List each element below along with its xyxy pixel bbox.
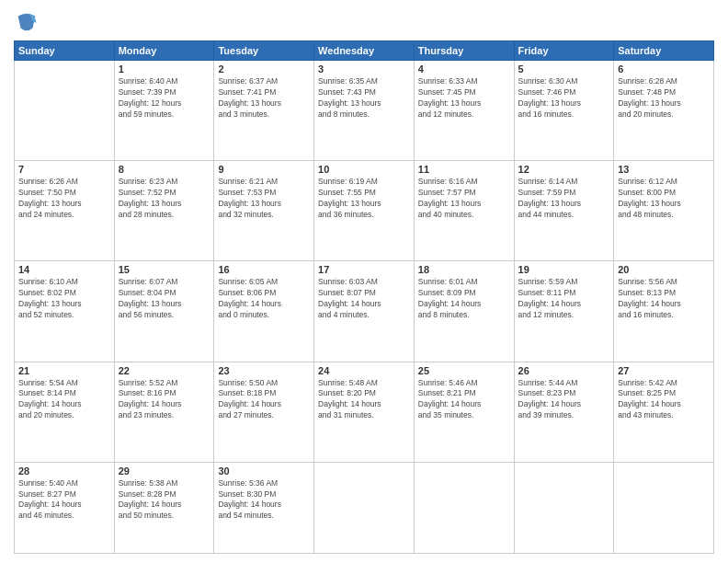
- day-number: 28: [18, 465, 110, 477]
- day-number: 8: [119, 164, 210, 175]
- calendar-week-row: 1Sunrise: 6:40 AMSunset: 7:39 PMDaylight…: [15, 61, 714, 161]
- calendar-cell: 4Sunrise: 6:33 AMSunset: 7:45 PMDaylight…: [414, 61, 514, 161]
- calendar-cell: 27Sunrise: 5:42 AMSunset: 8:25 PMDayligh…: [614, 362, 714, 462]
- day-info: Sunrise: 6:28 AMSunset: 7:48 PMDaylight:…: [618, 76, 710, 121]
- day-number: 3: [318, 63, 410, 75]
- calendar-cell: [414, 462, 514, 553]
- day-info: Sunrise: 5:50 AMSunset: 8:18 PMDaylight:…: [218, 378, 310, 422]
- calendar-week-row: 7Sunrise: 6:26 AMSunset: 7:50 PMDaylight…: [15, 161, 714, 261]
- day-number: 14: [18, 264, 110, 275]
- calendar-cell: [15, 61, 115, 161]
- day-info: Sunrise: 5:36 AMSunset: 8:30 PMDaylight:…: [218, 478, 310, 523]
- day-number: 20: [618, 264, 710, 275]
- weekday-header-wednesday: Wednesday: [314, 41, 415, 61]
- calendar-cell: 24Sunrise: 5:48 AMSunset: 8:20 PMDayligh…: [314, 362, 415, 462]
- calendar-cell: 26Sunrise: 5:44 AMSunset: 8:23 PMDayligh…: [514, 362, 614, 462]
- calendar-cell: 22Sunrise: 5:52 AMSunset: 8:16 PMDayligh…: [114, 362, 214, 462]
- day-info: Sunrise: 6:05 AMSunset: 8:06 PMDaylight:…: [218, 277, 310, 321]
- day-number: 4: [418, 63, 510, 75]
- day-number: 7: [18, 164, 110, 175]
- weekday-header-tuesday: Tuesday: [214, 41, 314, 61]
- day-number: 5: [518, 63, 610, 75]
- day-number: 30: [218, 465, 310, 477]
- day-info: Sunrise: 6:26 AMSunset: 7:50 PMDaylight:…: [18, 177, 110, 221]
- day-number: 19: [518, 264, 610, 275]
- calendar-cell: 19Sunrise: 5:59 AMSunset: 8:11 PMDayligh…: [514, 261, 614, 362]
- day-number: 10: [318, 164, 410, 175]
- day-info: Sunrise: 6:12 AMSunset: 8:00 PMDaylight:…: [618, 177, 710, 221]
- weekday-header-sunday: Sunday: [15, 41, 115, 61]
- day-number: 26: [518, 365, 610, 376]
- day-info: Sunrise: 5:46 AMSunset: 8:21 PMDaylight:…: [418, 378, 510, 422]
- day-number: 29: [119, 465, 210, 477]
- day-info: Sunrise: 6:01 AMSunset: 8:09 PMDaylight:…: [418, 277, 510, 321]
- calendar-cell: 7Sunrise: 6:26 AMSunset: 7:50 PMDaylight…: [15, 161, 115, 261]
- calendar-cell: 12Sunrise: 6:14 AMSunset: 7:59 PMDayligh…: [514, 161, 614, 261]
- day-info: Sunrise: 5:59 AMSunset: 8:11 PMDaylight:…: [518, 277, 610, 321]
- day-info: Sunrise: 5:40 AMSunset: 8:27 PMDaylight:…: [18, 478, 110, 523]
- calendar-week-row: 14Sunrise: 6:10 AMSunset: 8:02 PMDayligh…: [15, 261, 714, 362]
- logo-icon: [14, 9, 40, 35]
- day-info: Sunrise: 5:52 AMSunset: 8:16 PMDaylight:…: [119, 378, 210, 422]
- day-number: 22: [119, 365, 210, 376]
- day-info: Sunrise: 6:07 AMSunset: 8:04 PMDaylight:…: [119, 277, 210, 321]
- calendar-cell: 28Sunrise: 5:40 AMSunset: 8:27 PMDayligh…: [15, 462, 115, 553]
- day-info: Sunrise: 6:33 AMSunset: 7:45 PMDaylight:…: [418, 76, 510, 121]
- calendar-cell: 14Sunrise: 6:10 AMSunset: 8:02 PMDayligh…: [15, 261, 115, 362]
- day-info: Sunrise: 6:37 AMSunset: 7:41 PMDaylight:…: [218, 76, 310, 121]
- calendar-cell: 2Sunrise: 6:37 AMSunset: 7:41 PMDaylight…: [214, 61, 314, 161]
- day-number: 25: [418, 365, 510, 376]
- day-number: 18: [418, 264, 510, 275]
- calendar-week-row: 21Sunrise: 5:54 AMSunset: 8:14 PMDayligh…: [15, 362, 714, 462]
- header: [14, 9, 714, 35]
- day-number: 2: [218, 63, 310, 75]
- weekday-header-saturday: Saturday: [614, 41, 714, 61]
- day-number: 27: [618, 365, 710, 376]
- calendar-cell: 8Sunrise: 6:23 AMSunset: 7:52 PMDaylight…: [114, 161, 214, 261]
- calendar-cell: 18Sunrise: 6:01 AMSunset: 8:09 PMDayligh…: [414, 261, 514, 362]
- day-info: Sunrise: 6:16 AMSunset: 7:57 PMDaylight:…: [418, 177, 510, 221]
- calendar-cell: 10Sunrise: 6:19 AMSunset: 7:55 PMDayligh…: [314, 161, 415, 261]
- calendar-cell: [614, 462, 714, 553]
- day-number: 21: [18, 365, 110, 376]
- calendar-cell: 16Sunrise: 6:05 AMSunset: 8:06 PMDayligh…: [214, 261, 314, 362]
- day-number: 23: [218, 365, 310, 376]
- weekday-header-monday: Monday: [114, 41, 214, 61]
- day-number: 16: [218, 264, 310, 275]
- day-info: Sunrise: 6:35 AMSunset: 7:43 PMDaylight:…: [318, 76, 410, 121]
- day-info: Sunrise: 6:14 AMSunset: 7:59 PMDaylight:…: [518, 177, 610, 221]
- calendar-cell: 11Sunrise: 6:16 AMSunset: 7:57 PMDayligh…: [414, 161, 514, 261]
- page: SundayMondayTuesdayWednesdayThursdayFrid…: [0, 0, 728, 563]
- day-info: Sunrise: 6:40 AMSunset: 7:39 PMDaylight:…: [119, 76, 210, 121]
- calendar-cell: 21Sunrise: 5:54 AMSunset: 8:14 PMDayligh…: [15, 362, 115, 462]
- calendar-cell: 30Sunrise: 5:36 AMSunset: 8:30 PMDayligh…: [214, 462, 314, 553]
- calendar-cell: 13Sunrise: 6:12 AMSunset: 8:00 PMDayligh…: [614, 161, 714, 261]
- day-info: Sunrise: 6:30 AMSunset: 7:46 PMDaylight:…: [518, 76, 610, 121]
- day-info: Sunrise: 5:38 AMSunset: 8:28 PMDaylight:…: [119, 478, 210, 523]
- calendar-cell: 1Sunrise: 6:40 AMSunset: 7:39 PMDaylight…: [114, 61, 214, 161]
- calendar-cell: [314, 462, 415, 553]
- calendar-cell: 23Sunrise: 5:50 AMSunset: 8:18 PMDayligh…: [214, 362, 314, 462]
- day-info: Sunrise: 6:03 AMSunset: 8:07 PMDaylight:…: [318, 277, 410, 321]
- day-info: Sunrise: 5:54 AMSunset: 8:14 PMDaylight:…: [18, 378, 110, 422]
- calendar-cell: 25Sunrise: 5:46 AMSunset: 8:21 PMDayligh…: [414, 362, 514, 462]
- day-info: Sunrise: 5:48 AMSunset: 8:20 PMDaylight:…: [318, 378, 410, 422]
- calendar-cell: 15Sunrise: 6:07 AMSunset: 8:04 PMDayligh…: [114, 261, 214, 362]
- calendar-cell: 20Sunrise: 5:56 AMSunset: 8:13 PMDayligh…: [614, 261, 714, 362]
- weekday-header-thursday: Thursday: [414, 41, 514, 61]
- day-number: 12: [518, 164, 610, 175]
- calendar-cell: 5Sunrise: 6:30 AMSunset: 7:46 PMDaylight…: [514, 61, 614, 161]
- day-number: 13: [618, 164, 710, 175]
- day-number: 17: [318, 264, 410, 275]
- day-number: 11: [418, 164, 510, 175]
- day-number: 15: [119, 264, 210, 275]
- day-info: Sunrise: 6:10 AMSunset: 8:02 PMDaylight:…: [18, 277, 110, 321]
- calendar-cell: [514, 462, 614, 553]
- calendar-cell: 17Sunrise: 6:03 AMSunset: 8:07 PMDayligh…: [314, 261, 415, 362]
- logo: [14, 9, 43, 35]
- day-info: Sunrise: 6:23 AMSunset: 7:52 PMDaylight:…: [119, 177, 210, 221]
- day-number: 6: [618, 63, 710, 75]
- calendar-cell: 3Sunrise: 6:35 AMSunset: 7:43 PMDaylight…: [314, 61, 415, 161]
- calendar-cell: 9Sunrise: 6:21 AMSunset: 7:53 PMDaylight…: [214, 161, 314, 261]
- calendar-cell: 6Sunrise: 6:28 AMSunset: 7:48 PMDaylight…: [614, 61, 714, 161]
